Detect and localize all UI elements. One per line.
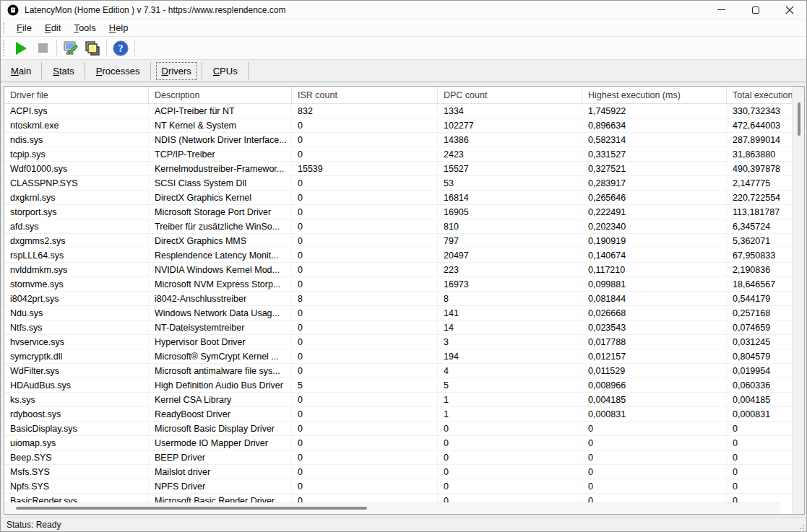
cell-isr-count: 0 [292, 205, 438, 219]
cell-highest-execution: 0,202340 [582, 219, 727, 233]
table-row[interactable]: afd.sys Treiber für zusätzliche WinSo...… [4, 219, 792, 234]
cell-description: Kernelmodustreiber-Framewor... [149, 162, 292, 175]
minimize-button[interactable] [704, 1, 738, 19]
cell-driver-file: uiomap.sys [4, 436, 149, 450]
toolbar-gripper[interactable] [3, 40, 7, 56]
maximize-button[interactable] [738, 1, 772, 19]
cell-total-execution: 0,019954 [727, 364, 792, 378]
table-row[interactable]: Msfs.SYS Mailslot driver 0 0 0 0 [4, 465, 792, 479]
help-icon: ? [112, 40, 129, 57]
menubar-gripper[interactable] [3, 22, 7, 34]
cell-total-execution: 0 [727, 436, 792, 450]
cell-dpc-count: 16814 [438, 191, 582, 204]
tab-drivers[interactable]: Drivers [157, 64, 196, 79]
cell-driver-file: rspLLL64.sys [4, 248, 149, 262]
cell-dpc-count: 5 [438, 378, 582, 392]
table-row[interactable]: Npfs.SYS NPFS Driver 0 0 0 0 [4, 479, 792, 494]
table-row[interactable]: uiomap.sys Usermode IO Mapper Driver 0 0… [4, 436, 792, 450]
table-row[interactable]: ks.sys Kernel CSA Library 0 1 0,004185 0… [4, 393, 792, 407]
close-button[interactable] [772, 1, 806, 19]
table-row[interactable]: rdyboost.sys ReadyBoost Driver 0 1 0,000… [4, 407, 792, 422]
cell-highest-execution: 0 [582, 422, 727, 435]
vertical-scrollbar-thumb[interactable] [798, 103, 800, 136]
toolbar-separator [106, 40, 107, 56]
table-row[interactable]: CLASSPNP.SYS SCSI Class System Dll 0 53 … [4, 176, 792, 191]
column-header-driver-file[interactable]: Driver file [4, 87, 149, 103]
cell-dpc-count: 4 [438, 364, 582, 378]
cell-highest-execution: 0,327521 [582, 162, 727, 175]
column-header-total-execution[interactable]: Total execution (ms) [727, 87, 792, 103]
cell-isr-count: 832 [292, 104, 438, 118]
cell-isr-count: 0 [292, 234, 438, 248]
cell-dpc-count: 102277 [438, 118, 582, 132]
vertical-scrollbar[interactable] [792, 87, 804, 514]
cell-driver-file: stornvme.sys [4, 277, 149, 291]
column-header-highest-execution[interactable]: Highest execution (ms) [582, 87, 727, 103]
tab-cpus[interactable]: CPUs [209, 64, 242, 79]
table-row[interactable]: dxgmms2.sys DirectX Graphics MMS 0 797 0… [4, 234, 792, 248]
cell-driver-file: storport.sys [4, 205, 149, 219]
table-row[interactable]: Wdf01000.sys Kernelmodustreiber-Framewor… [4, 162, 792, 176]
cell-driver-file: nvlddmkm.sys [4, 263, 149, 276]
table-row[interactable]: Ndu.sys Windows Network Data Usag... 0 1… [4, 306, 792, 320]
cell-highest-execution: 0 [582, 494, 727, 502]
table-row[interactable]: dxgkrnl.sys DirectX Graphics Kernel 0 16… [4, 191, 792, 205]
table-row[interactable]: hvservice.sys Hypervisor Boot Driver 0 3… [4, 335, 792, 349]
cell-description: Microsoft Basic Render Driver [149, 494, 292, 502]
cell-highest-execution: 0,140674 [582, 248, 727, 262]
table-row[interactable]: tcpip.sys TCP/IP-Treiber 0 2423 0,331527… [4, 147, 792, 162]
menu-tools[interactable]: Tools [67, 21, 102, 35]
column-header-dpc-count[interactable]: DPC count [438, 87, 582, 103]
menu-bar: File Edit Tools Help [1, 19, 806, 37]
tab-processes[interactable]: Processes [92, 64, 144, 79]
table-row[interactable]: BasicRender.sys Microsoft Basic Render D… [4, 494, 792, 502]
table-row[interactable]: Ntfs.sys NT-Dateisystemtreiber 0 14 0,02… [4, 320, 792, 335]
table-row[interactable]: stornvme.sys Microsoft NVM Express Storp… [4, 277, 792, 292]
cell-dpc-count: 16973 [438, 277, 582, 291]
help-button[interactable]: ? [110, 38, 131, 58]
column-header-isr-count[interactable]: ISR count [292, 87, 438, 103]
cell-driver-file: symcryptk.dll [4, 349, 149, 363]
app-icon [7, 4, 19, 16]
copy-report-button[interactable] [82, 38, 103, 58]
cell-driver-file: BasicRender.sys [4, 494, 149, 502]
tab-stats[interactable]: Stats [48, 64, 79, 79]
table-row[interactable]: storport.sys Microsoft Storage Port Driv… [4, 205, 792, 219]
horizontal-scrollbar[interactable] [4, 502, 780, 514]
cell-dpc-count: 3 [438, 335, 582, 349]
table-row[interactable]: ACPI.sys ACPI-Treiber für NT 832 1334 1,… [4, 104, 792, 118]
cell-description: Kernel CSA Library [149, 393, 292, 406]
cell-isr-count: 0 [292, 320, 438, 334]
cell-description: Treiber für zusätzliche WinSo... [149, 219, 292, 233]
app-window: LatencyMon (Home Edition ) v 7.31 - http… [0, 0, 807, 532]
start-button[interactable] [10, 38, 32, 58]
cell-highest-execution: 1,745922 [582, 104, 727, 118]
cell-driver-file: WdFilter.sys [4, 364, 149, 378]
cell-isr-count: 0 [292, 335, 438, 349]
cell-total-execution: 220,722554 [727, 191, 792, 204]
cell-dpc-count: 0 [438, 450, 582, 464]
table-row[interactable]: rspLLL64.sys Resplendence Latency Monit.… [4, 248, 792, 263]
table-row[interactable]: HDAudBus.sys High Definition Audio Bus D… [4, 378, 792, 393]
resize-grip[interactable] [796, 521, 805, 530]
table-row[interactable]: WdFilter.sys Microsoft antimalware file … [4, 364, 792, 378]
cell-dpc-count: 0 [438, 436, 582, 450]
tab-separator [41, 62, 42, 79]
cell-total-execution: 2,147775 [727, 176, 792, 190]
stop-button[interactable] [32, 38, 53, 58]
table-row[interactable]: i8042prt.sys i8042-Anschlusstreiber 8 8 … [4, 292, 792, 306]
column-header-description[interactable]: Description [149, 87, 292, 103]
cell-total-execution: 0,074659 [727, 320, 792, 334]
table-row[interactable]: Beep.SYS BEEP Driver 0 0 0 0 [4, 450, 792, 465]
tab-main[interactable]: Main [7, 64, 35, 79]
table-row[interactable]: ndis.sys NDIS (Network Driver Interface.… [4, 133, 792, 147]
menu-edit[interactable]: Edit [38, 21, 67, 35]
table-row[interactable]: symcryptk.dll Microsoft® SymCrypt Kernel… [4, 349, 792, 364]
table-row[interactable]: ntoskrnl.exe NT Kernel & System 0 102277… [4, 118, 792, 133]
menu-help[interactable]: Help [103, 21, 135, 35]
horizontal-scrollbar-thumb[interactable] [16, 507, 367, 510]
table-row[interactable]: BasicDisplay.sys Microsoft Basic Display… [4, 422, 792, 436]
options-button[interactable] [60, 38, 82, 58]
table-row[interactable]: nvlddmkm.sys NVIDIA Windows Kernel Mod..… [4, 263, 792, 277]
menu-file[interactable]: File [10, 21, 38, 35]
